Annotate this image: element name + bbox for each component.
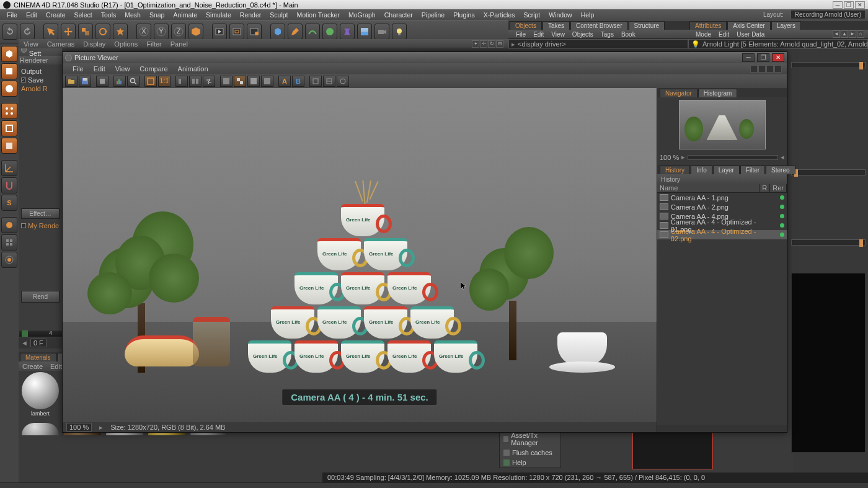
pv-maximize[interactable]: ❐ <box>757 53 769 62</box>
x-axis-button[interactable]: X <box>136 24 151 40</box>
tweak-mode[interactable] <box>1 252 17 268</box>
deformer-button[interactable] <box>340 24 355 40</box>
pv-filter-3[interactable] <box>337 76 349 87</box>
view-menu-filter[interactable]: Filter <box>146 40 161 48</box>
attributes-tab[interactable]: Attributes <box>689 21 727 30</box>
menu-character[interactable]: Character <box>380 11 417 19</box>
rs-arnold[interactable]: Arnold R <box>21 84 60 93</box>
menu-window[interactable]: Window <box>544 11 576 19</box>
attr-nav-home[interactable]: ⌂ <box>857 30 864 38</box>
menu-tools[interactable]: Tools <box>97 11 121 19</box>
point-mode[interactable] <box>1 103 17 119</box>
history-item-2[interactable]: Camera AA - 2.png <box>657 202 787 211</box>
redo-button[interactable] <box>20 24 35 40</box>
view-menu-options[interactable]: Options <box>114 40 138 48</box>
ctx-help[interactable]: Help <box>500 458 560 468</box>
material-extra-1[interactable] <box>20 423 61 472</box>
texture-mode[interactable] <box>1 81 17 97</box>
scale-tool[interactable] <box>78 24 93 40</box>
pv-channel-alpha[interactable] <box>234 76 246 87</box>
material-lambert[interactable]: lambert <box>20 372 61 422</box>
obj-menu-edit[interactable]: Edit <box>529 31 547 38</box>
cube-primitive[interactable] <box>270 24 285 40</box>
layers-tab[interactable]: Layers <box>771 21 801 30</box>
attr-nav-next[interactable]: ► <box>849 30 856 38</box>
view-menu-display[interactable]: Display <box>83 40 105 48</box>
pv-actual-icon[interactable]: 1:1 <box>158 76 170 87</box>
layout-dropdown[interactable]: Recording Arnold (User) <box>790 10 866 19</box>
pen-tool[interactable] <box>288 24 303 40</box>
pv-open-icon[interactable] <box>65 76 78 87</box>
close-button[interactable]: ✕ <box>855 1 865 9</box>
menu-mograph[interactable]: MoGraph <box>344 11 380 19</box>
display-driver-dropdown[interactable]: ▸<display driver> <box>508 39 688 49</box>
view-menu-view[interactable]: View <box>24 40 38 48</box>
attr-menu-mode[interactable]: Mode <box>692 31 715 38</box>
attr-nav-prev[interactable]: ◄ <box>833 30 840 38</box>
attr-nav-up[interactable]: ▲ <box>841 30 848 38</box>
attr-menu-edit[interactable]: Edit <box>715 31 733 38</box>
minimize-button[interactable]: ─ <box>833 1 843 9</box>
filter-tab[interactable]: Filter <box>740 166 765 174</box>
pv-zoom-field[interactable]: 100 % <box>66 423 92 432</box>
takes-tab[interactable]: Takes <box>542 21 570 30</box>
menu-file[interactable]: File <box>2 11 22 19</box>
viewport-solo[interactable] <box>1 217 17 233</box>
layer-tab[interactable]: Layer <box>713 166 740 174</box>
rs-output[interactable]: Output <box>21 67 60 76</box>
obj-menu-objects[interactable]: Objects <box>569 31 597 38</box>
polygon-mode[interactable] <box>1 138 17 154</box>
generator-button[interactable] <box>322 24 337 40</box>
menu-help[interactable]: Help <box>577 11 599 19</box>
history-item-1[interactable]: Camera AA - 1.png <box>657 193 787 202</box>
pv-minimize[interactable]: ─ <box>742 53 755 62</box>
objects-tab[interactable]: Objects <box>510 21 542 30</box>
menu-pipeline[interactable]: Pipeline <box>417 11 449 19</box>
main-menubar[interactable]: File Edit Create Select Tools Mesh Snap … <box>0 9 868 20</box>
menu-render[interactable]: Render <box>236 11 265 19</box>
menu-snap[interactable]: Snap <box>145 11 169 19</box>
pv-menu-edit[interactable]: Edit <box>89 65 110 73</box>
histogram-tab[interactable]: Histogram <box>698 89 738 97</box>
menu-edit[interactable]: Edit <box>22 11 42 19</box>
pv-letter-a[interactable]: A <box>278 76 291 87</box>
menu-script[interactable]: Script <box>519 11 544 19</box>
undo-button[interactable] <box>2 24 17 40</box>
menu-create[interactable]: Create <box>42 11 70 19</box>
vp-nav-4[interactable]: ⊞ <box>496 40 503 48</box>
obj-menu-view[interactable]: View <box>547 31 569 38</box>
workplane-mode[interactable]: S <box>1 195 17 211</box>
render-button[interactable]: Rend <box>21 291 60 303</box>
pv-save-icon[interactable] <box>79 76 91 87</box>
col-r[interactable]: R <box>760 184 770 192</box>
pv-layout-3[interactable] <box>766 65 774 73</box>
col-rer[interactable]: Rer <box>770 184 787 192</box>
vp-nav-1[interactable]: ✦ <box>472 40 479 48</box>
light-button[interactable] <box>392 24 407 40</box>
menu-animate[interactable]: Animate <box>169 11 202 19</box>
vp-nav-2[interactable]: ✢ <box>480 40 487 48</box>
pv-compare-swap[interactable] <box>203 76 215 87</box>
pv-menu-compare[interactable]: Compare <box>135 65 172 73</box>
pv-filter-1[interactable] <box>309 76 322 87</box>
col-name[interactable]: Name <box>657 184 760 192</box>
menu-motion-tracker[interactable]: Motion Tracker <box>292 11 343 19</box>
pv-titlebar[interactable]: Picture Viewer ─ ❐ ✕ <box>63 52 787 63</box>
menu-sculpt[interactable]: Sculpt <box>265 11 292 19</box>
viewport-locked[interactable] <box>1 234 17 251</box>
camera-button[interactable] <box>374 24 389 40</box>
nurbs-button[interactable] <box>305 24 320 40</box>
attr-slider-3[interactable] <box>791 239 866 246</box>
attr-slider-1[interactable] <box>791 62 866 68</box>
attr-slider-2[interactable] <box>791 169 866 175</box>
pv-histogram-icon[interactable] <box>113 76 126 87</box>
obj-menu-tags[interactable]: Tags <box>597 31 618 38</box>
coord-button[interactable] <box>188 24 203 40</box>
maximize-button[interactable]: ❐ <box>844 1 854 9</box>
move-tool[interactable] <box>61 24 76 40</box>
obj-menu-book[interactable]: Book <box>618 31 639 38</box>
pv-close[interactable]: ✕ <box>772 53 784 62</box>
environment-button[interactable] <box>357 24 372 40</box>
render-view-button[interactable] <box>212 24 227 40</box>
menu-mesh[interactable]: Mesh <box>120 11 145 19</box>
